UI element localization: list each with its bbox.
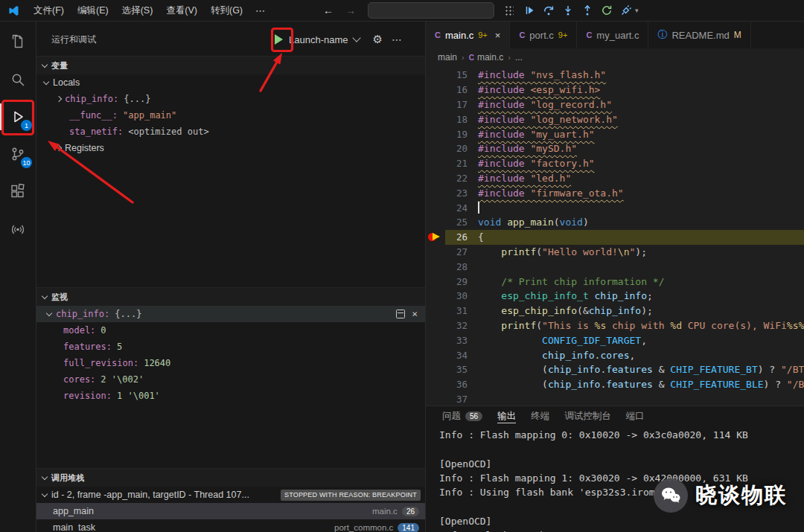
more-actions-icon[interactable]: ⋯ (392, 33, 403, 45)
glyph-margin[interactable] (426, 245, 445, 260)
tab-my_uart.c[interactable]: Cmy_uart.c (577, 22, 648, 48)
code-line[interactable]: 25void app_main(void) (426, 215, 804, 230)
watch-remove-icon[interactable]: × (412, 310, 418, 318)
callstack-frame[interactable]: main_taskport_common.c141 (36, 519, 425, 532)
close-icon[interactable]: × (495, 30, 501, 41)
launch-config-select[interactable]: Launch-name (289, 34, 348, 45)
variable-row[interactable]: features:5 (36, 339, 425, 355)
menu-item[interactable]: 文件(F) (27, 0, 71, 21)
variable-row[interactable]: chip_info:{...} (36, 91, 425, 107)
glyph-margin[interactable] (426, 126, 445, 141)
sidebar-item-search[interactable] (0, 62, 36, 97)
variable-row[interactable]: model:0 (36, 322, 425, 339)
menu-overflow-button[interactable]: ⋯ (249, 5, 271, 16)
breadcrumb-item[interactable]: Cmain.c (469, 52, 504, 63)
step-into-button[interactable] (560, 3, 575, 19)
variable-row[interactable]: full_revision:12640 (36, 355, 425, 371)
command-center-search[interactable] (368, 2, 494, 19)
nav-forward-icon[interactable]: → (345, 4, 356, 16)
glyph-margin[interactable] (426, 274, 445, 289)
code-line[interactable]: 36 (chip_info.features & CHIP_FEATURE_BL… (426, 377, 804, 392)
glyph-margin[interactable] (426, 377, 445, 392)
menu-item[interactable]: 转到(G) (204, 0, 249, 21)
breadcrumb-item[interactable]: main (438, 52, 457, 63)
menu-item[interactable]: 选择(S) (115, 0, 160, 21)
step-over-button[interactable] (540, 3, 556, 19)
glyph-margin[interactable] (426, 289, 445, 304)
code-line[interactable]: 16#include <esp_wifi.h> (426, 83, 804, 97)
restart-button[interactable] (599, 3, 614, 19)
twistie-icon[interactable] (44, 308, 56, 320)
variable-row[interactable]: Registers (36, 140, 425, 156)
glyph-margin[interactable] (426, 200, 445, 215)
glyph-margin[interactable] (426, 156, 445, 171)
glyph-margin[interactable] (426, 141, 445, 156)
variable-row[interactable]: sta_netif:<optimized out> (36, 124, 425, 140)
code-line[interactable]: 29 /* Print chip information */ (426, 274, 804, 289)
code-line[interactable]: 21#include "factory.h" (426, 156, 804, 171)
glyph-margin[interactable] (426, 68, 445, 83)
glyph-margin[interactable] (426, 97, 445, 112)
sidebar-item-extensions[interactable] (0, 173, 36, 209)
variable-row[interactable]: chip_info:{...}× (36, 306, 425, 322)
sidebar-item-source-control[interactable]: 10 (0, 136, 36, 172)
drag-grip-icon[interactable] (505, 5, 514, 16)
glyph-margin[interactable] (426, 185, 445, 200)
watch-section-header[interactable]: 监视 (36, 287, 425, 306)
glyph-margin[interactable] (426, 259, 445, 274)
code-line[interactable]: 15#include "nvs_flash.h" (426, 68, 804, 83)
variables-section-header[interactable]: 变量 (36, 56, 425, 74)
code-line[interactable]: 22#include "led.h" (426, 171, 804, 186)
sidebar-item-remote-broadcast[interactable] (0, 211, 36, 246)
code-line[interactable]: 33 CONFIG_IDF_TARGET, (426, 333, 804, 347)
sidebar-item-explorer[interactable] (0, 25, 36, 60)
glyph-margin[interactable] (426, 347, 445, 362)
glyph-margin[interactable] (426, 304, 445, 318)
code-line[interactable]: 37 (426, 392, 804, 406)
glyph-margin[interactable] (426, 112, 445, 126)
code-line[interactable]: 35 (chip_info.features & CHIP_FEATURE_BT… (426, 362, 804, 377)
code-line[interactable]: 19#include "my_uart.h" (426, 126, 804, 141)
menu-item[interactable]: 编辑(E) (71, 0, 115, 21)
twistie-icon[interactable] (41, 77, 53, 89)
menu-item[interactable]: 查看(V) (159, 0, 204, 21)
variable-row[interactable]: __func__:"app_main" (36, 107, 425, 124)
code-line[interactable]: 34 chip_info.cores, (426, 347, 804, 362)
gear-icon[interactable]: ⚙ (373, 33, 383, 46)
glyph-margin[interactable] (426, 83, 445, 97)
code-line[interactable]: 31 esp_chip_info(&chip_info); (426, 304, 804, 318)
code-line[interactable]: 24 (426, 200, 804, 215)
code-line[interactable]: 32 printf("This is %s chip with %d CPU c… (426, 318, 804, 333)
callstack-session-row[interactable]: id - 2, frame -app_main, targetID - Thre… (36, 487, 425, 503)
variable-row[interactable]: revision:1 '\001' (36, 388, 425, 404)
sidebar-item-run-debug[interactable]: 1 (0, 99, 36, 135)
variable-row[interactable]: Locals (36, 74, 425, 91)
code-line[interactable]: 30 esp_chip_info_t chip_info; (426, 289, 804, 304)
tab-port.c[interactable]: Cport.c9+ (510, 22, 577, 48)
start-debug-icon[interactable] (275, 34, 283, 45)
continue-button[interactable] (521, 3, 537, 19)
twistie-icon[interactable] (53, 93, 65, 105)
chevron-down-icon[interactable] (352, 33, 360, 42)
tab-README.md[interactable]: ⓘREADME.mdM (648, 22, 750, 48)
panel-tab-调试控制台[interactable]: 调试控制台 (558, 406, 617, 426)
panel-tab-终端[interactable]: 终端 (525, 406, 555, 426)
tab-main.c[interactable]: Cmain.c9+× (426, 22, 510, 48)
glyph-margin[interactable] (426, 318, 445, 333)
glyph-margin[interactable] (426, 171, 445, 186)
step-out-button[interactable] (579, 3, 595, 19)
debug-session-chevron-icon[interactable]: ▾ (635, 7, 639, 14)
watch-view-icon[interactable] (396, 310, 405, 318)
panel-tab-问题[interactable]: 问题56 (436, 406, 488, 426)
code-line[interactable]: 20#include "mySD.h" (426, 141, 804, 156)
glyph-margin[interactable] (426, 230, 445, 245)
code-line[interactable]: 23#include "firmware_ota.h" (426, 185, 804, 200)
variable-row[interactable]: cores:2 '\002' (36, 371, 425, 388)
breadcrumb-item[interactable]: ... (515, 52, 523, 63)
disconnect-button[interactable] (618, 3, 634, 19)
nav-back-icon[interactable]: ← (323, 4, 334, 16)
code-line[interactable]: 27 printf("Hello world!\n"); (426, 245, 804, 260)
callstack-frame[interactable]: app_mainmain.c26 (36, 503, 425, 519)
glyph-margin[interactable] (426, 392, 445, 406)
panel-tab-端口[interactable]: 端口 (620, 406, 651, 426)
